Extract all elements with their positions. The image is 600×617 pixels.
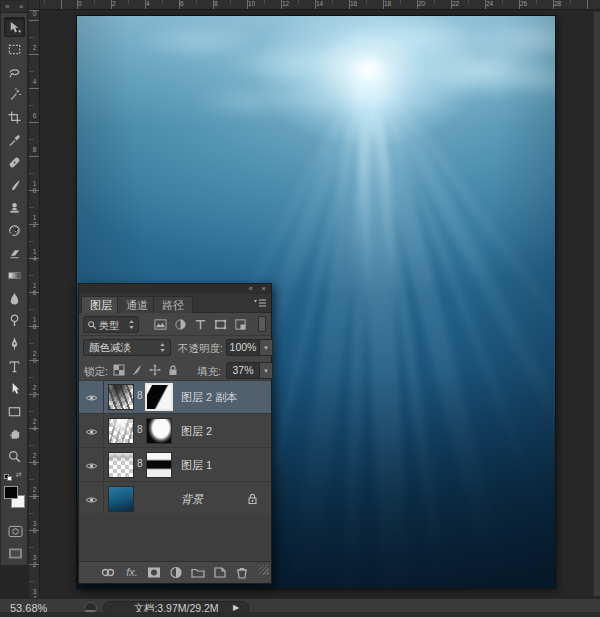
- type-filter-icon[interactable]: [193, 317, 208, 332]
- opacity-value[interactable]: 100%: [226, 339, 260, 356]
- vertical-ruler[interactable]: 0246810121416182022242628303234: [29, 10, 40, 598]
- layer-mask-thumbnail[interactable]: [145, 383, 173, 411]
- layer-thumbnail[interactable]: [108, 452, 134, 478]
- vertical-scrollbar[interactable]: [593, 12, 600, 596]
- panel-resize-grip[interactable]: [259, 565, 269, 575]
- delete-layer-icon[interactable]: [233, 564, 251, 580]
- close-panel-icon[interactable]: ×: [261, 284, 266, 294]
- visibility-eye-icon[interactable]: [79, 483, 104, 516]
- horizontal-ruler[interactable]: 0246810121416182022242628: [40, 0, 600, 10]
- filter-kind-dropdown[interactable]: 类型: [83, 316, 139, 333]
- filter-switch-toggle[interactable]: [258, 316, 266, 332]
- ruler-label: 4: [30, 79, 39, 86]
- lock-position-icon[interactable]: [147, 362, 162, 377]
- quick-mask-button[interactable]: [5, 523, 25, 539]
- smart-object-filter-icon[interactable]: [233, 317, 248, 332]
- ruler-label: 12: [30, 215, 39, 228]
- blur-tool[interactable]: [4, 288, 25, 308]
- add-layer-mask-icon[interactable]: [145, 564, 163, 580]
- swap-colors-icon[interactable]: ⇄: [16, 471, 22, 479]
- eyedropper-tool[interactable]: [4, 130, 25, 150]
- layer-thumbnail[interactable]: [108, 418, 134, 444]
- layer-row[interactable]: 背景: [79, 483, 271, 516]
- magic-wand-tool[interactable]: [4, 85, 25, 105]
- dodge-tool[interactable]: [4, 311, 25, 331]
- spot-healing-brush-tool[interactable]: [4, 153, 25, 173]
- zoom-tool[interactable]: [4, 446, 25, 466]
- shape-filter-icon[interactable]: [213, 317, 228, 332]
- collapse-panel-icon[interactable]: «: [249, 284, 253, 294]
- lock-image-pixels-icon[interactable]: [129, 362, 144, 377]
- panel-titlebar[interactable]: « ×: [79, 284, 271, 294]
- layer-styles-fx-icon[interactable]: fx.: [123, 564, 141, 580]
- crop-tool[interactable]: [4, 107, 25, 127]
- default-colors-icon[interactable]: [4, 472, 13, 481]
- move-tool[interactable]: [4, 17, 25, 37]
- fill-dropdown-arrow[interactable]: ▼: [260, 362, 273, 379]
- status-menu-arrow[interactable]: ▶: [233, 603, 239, 612]
- ruler-label: 28: [554, 0, 561, 8]
- opacity-dropdown-arrow[interactable]: ▼: [260, 339, 273, 356]
- panel-menu-icon[interactable]: [253, 298, 267, 309]
- lock-row: 锁定: 填充: 37% ▼: [79, 359, 271, 381]
- layer-row[interactable]: 8 图层 2: [79, 415, 271, 448]
- history-brush-tool[interactable]: [4, 220, 25, 240]
- ruler-label: 26: [520, 0, 527, 8]
- brush-tool[interactable]: [4, 175, 25, 195]
- tab-paths[interactable]: 路径: [153, 296, 193, 313]
- ruler-corner[interactable]: [29, 0, 40, 10]
- tools-panel: » × ⇄: [0, 0, 28, 566]
- lock-transparent-pixels-icon[interactable]: [111, 362, 126, 377]
- ruler-label: 8: [30, 147, 39, 154]
- rectangular-marquee-tool[interactable]: [4, 40, 25, 60]
- layer-name[interactable]: 图层 2 副本: [181, 390, 237, 405]
- foreground-color-swatch[interactable]: [4, 486, 18, 499]
- screen-mode-button[interactable]: [5, 545, 25, 561]
- layer-row[interactable]: 8 图层 1: [79, 449, 271, 482]
- tab-layers[interactable]: 图层: [81, 296, 121, 313]
- opacity-label: 不透明度:: [178, 342, 223, 356]
- layer-name[interactable]: 图层 2: [181, 424, 212, 439]
- mask-link-icon[interactable]: 8: [137, 390, 143, 401]
- close-panel-icon[interactable]: ×: [19, 1, 24, 13]
- eraser-tool[interactable]: [4, 243, 25, 263]
- new-adjustment-layer-icon[interactable]: [167, 564, 185, 580]
- clone-stamp-tool[interactable]: [4, 198, 25, 218]
- visibility-eye-icon[interactable]: [79, 415, 104, 448]
- blend-mode-value: 颜色减淡: [89, 341, 131, 353]
- rectangle-shape-tool[interactable]: [4, 401, 25, 421]
- layer-thumbnail[interactable]: [108, 486, 134, 512]
- layer-mask-thumbnail[interactable]: [146, 418, 172, 444]
- visibility-eye-icon[interactable]: [79, 449, 104, 482]
- link-layers-icon[interactable]: [99, 564, 117, 580]
- gradient-tool[interactable]: [4, 266, 25, 286]
- hand-tool[interactable]: [4, 424, 25, 444]
- pixel-filter-icon[interactable]: [153, 317, 168, 332]
- ruler-label: 0: [30, 11, 39, 18]
- visibility-eye-icon[interactable]: [79, 381, 104, 414]
- layer-thumbnail[interactable]: [108, 384, 134, 410]
- tab-channels[interactable]: 通道: [117, 296, 157, 313]
- ruler-label: 10: [30, 181, 39, 194]
- new-group-icon[interactable]: [189, 564, 207, 580]
- window-bottom-edge: [0, 612, 600, 617]
- lasso-tool[interactable]: [4, 62, 25, 82]
- layer-row[interactable]: 8 图层 2 副本: [79, 381, 271, 414]
- collapse-panel-icon[interactable]: »: [5, 1, 9, 13]
- fill-value[interactable]: 37%: [226, 362, 260, 379]
- type-tool[interactable]: [4, 356, 25, 376]
- layer-list-empty-area: [79, 514, 271, 561]
- layer-mask-thumbnail[interactable]: [146, 452, 172, 478]
- mask-link-icon[interactable]: 8: [137, 458, 143, 469]
- ruler-label: 8: [214, 0, 218, 8]
- new-layer-icon[interactable]: [211, 564, 229, 580]
- lock-all-icon[interactable]: [165, 362, 180, 377]
- blend-mode-dropdown[interactable]: 颜色减淡: [83, 339, 171, 356]
- mask-link-icon[interactable]: 8: [137, 424, 143, 435]
- pen-tool[interactable]: [4, 333, 25, 353]
- adjustment-filter-icon[interactable]: [173, 317, 188, 332]
- layer-name[interactable]: 背景: [181, 492, 203, 507]
- ruler-label: 6: [180, 0, 184, 8]
- layer-name[interactable]: 图层 1: [181, 458, 212, 473]
- path-selection-tool[interactable]: [4, 379, 25, 399]
